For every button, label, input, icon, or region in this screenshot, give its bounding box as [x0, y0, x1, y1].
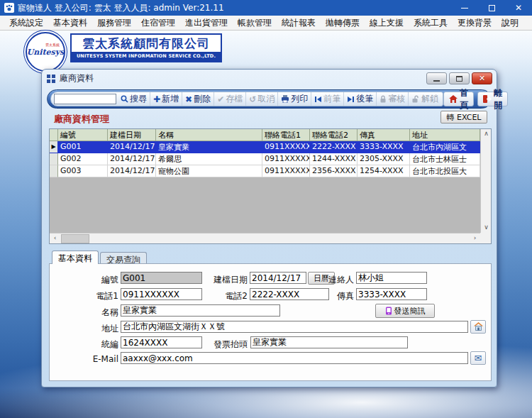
- company-logo: 雲太系統 Unitesys 雲太系統顧問有限公司 UNITESYS SYSTEM…: [26, 32, 222, 72]
- search-icon: [121, 95, 128, 103]
- vendor-data-window: 廠商資料 ✕ 搜尋 ✚ 新增 ✖ 刪除: [41, 69, 497, 387]
- menu-basic-data[interactable]: 基本資料: [48, 16, 92, 31]
- create-date-field[interactable]: [250, 272, 306, 284]
- delete-button[interactable]: ✖ 刪除: [182, 92, 214, 106]
- row-indicator-arrow: ▶: [50, 141, 58, 153]
- invoice-title-field[interactable]: [250, 336, 408, 348]
- menu-bar: 系統設定 基本資料 服務管理 住宿管理 進出貨管理 帳款管理 統計報表 拋轉傳票…: [0, 16, 532, 31]
- save-button[interactable]: ✔ 存檔: [214, 92, 245, 106]
- email-label: E-Mail: [64, 354, 118, 364]
- unlock-button[interactable]: 解鎖: [408, 92, 441, 106]
- next-record-button[interactable]: 後筆: [343, 92, 376, 106]
- fax-field[interactable]: [356, 288, 427, 300]
- detail-tabs: 基本資料 交易查詢: [52, 251, 147, 264]
- company-name-box: 雲太系統顧問有限公司 UNITESYS SYSTEM INFORMATION S…: [70, 33, 222, 62]
- home-button[interactable]: 首頁: [443, 92, 474, 106]
- scroll-right-icon[interactable]: ›: [470, 233, 480, 243]
- address-field[interactable]: [121, 321, 468, 333]
- code-field[interactable]: [121, 272, 202, 284]
- exit-button[interactable]: 離開: [477, 92, 508, 106]
- previous-record-button[interactable]: 前筆: [311, 92, 343, 106]
- next-record-icon: [347, 96, 355, 103]
- table-row-selected[interactable]: ▶ G001 2014/12/17 皇家實業 0911XXXXXX 2222-X…: [50, 141, 480, 153]
- add-button[interactable]: ✚ 新增: [150, 92, 182, 106]
- menu-lodging-mgmt[interactable]: 住宿管理: [136, 16, 180, 31]
- home-icon: [449, 95, 458, 103]
- vendor-window-title: 廠商資料: [60, 72, 424, 84]
- vendor-window-icon: [46, 74, 56, 84]
- scroll-down-icon[interactable]: ∨: [481, 223, 492, 233]
- company-name-zh: 雲太系統顧問有限公司: [72, 35, 221, 52]
- vendor-minimize-button[interactable]: [426, 72, 447, 84]
- menu-change-background[interactable]: 更換背景: [453, 16, 497, 31]
- sms-phone-icon: [385, 307, 392, 315]
- unitesys-logo-icon: 雲太系統 Unitesys: [26, 32, 65, 72]
- section-title: 廠商資料管理: [54, 113, 109, 126]
- horizontal-scrollbar[interactable]: ‹ ›: [50, 233, 480, 243]
- grid-header-phone1[interactable]: 聯絡電話1: [262, 129, 310, 141]
- cancel-button[interactable]: ↺ 取消: [245, 92, 277, 106]
- grid-area: 編號 建檔日期 名稱 聯絡電話1 聯絡電話2 傳真 地址 ▶ G001 2014…: [50, 129, 480, 233]
- close-button[interactable]: ✕: [505, 0, 532, 16]
- audit-button[interactable]: 審核: [376, 92, 408, 106]
- scroll-left-icon[interactable]: ‹: [50, 233, 60, 243]
- vendor-grid: 編號 建檔日期 名稱 聯絡電話1 聯絡電話2 傳真 地址 ▶ G001 2014…: [49, 128, 492, 244]
- grid-header-fax[interactable]: 傳真: [358, 129, 410, 141]
- invoice-title-label: 發票抬頭: [211, 339, 248, 351]
- send-sms-button[interactable]: 發送簡訊: [375, 304, 435, 318]
- scrollbar-thumb[interactable]: [61, 234, 89, 243]
- tab-transaction-query[interactable]: 交易查詢: [100, 252, 147, 264]
- print-button[interactable]: 列印: [277, 92, 311, 106]
- menu-help[interactable]: 說明: [497, 16, 523, 31]
- vendor-restore-button[interactable]: [449, 72, 470, 84]
- menu-online-support[interactable]: 線上支援: [365, 16, 409, 31]
- menu-system-tools[interactable]: 系統工具: [409, 16, 453, 31]
- menu-accounting-mgmt[interactable]: 帳款管理: [233, 16, 277, 31]
- toolbar-right-group: 首頁 離開: [443, 92, 508, 106]
- search-button[interactable]: 搜尋: [118, 92, 150, 106]
- vertical-scrollbar[interactable]: ∧ ∨: [480, 129, 491, 233]
- contact-field[interactable]: [356, 272, 427, 284]
- send-email-button[interactable]: ✉: [470, 351, 486, 365]
- x-icon: ✖: [185, 94, 192, 104]
- window-title: 寵物達人 登入公司: 雲太 登入人員: admin Ver:21.11: [18, 2, 451, 14]
- scroll-up-icon[interactable]: ∧: [481, 129, 492, 139]
- map-house-button[interactable]: [470, 320, 486, 334]
- table-row[interactable]: G003 2014/12/17 寵物公園 0911XXXXXX 2356-XXX…: [50, 165, 480, 177]
- desktop-background: 雲太系統 Unitesys 雲太系統顧問有限公司 UNITESYS SYSTEM…: [0, 31, 532, 418]
- grid-header-phone2[interactable]: 聯絡電話2: [310, 129, 358, 141]
- toolbar: 搜尋 ✚ 新增 ✖ 刪除 ✔ 存檔 ↺ 取消: [47, 89, 492, 109]
- tax-id-label: 統編: [64, 339, 118, 351]
- tab-basic-data[interactable]: 基本資料: [52, 251, 99, 264]
- menu-service-mgmt[interactable]: 服務管理: [92, 16, 136, 31]
- create-date-label: 建檔日期: [195, 274, 248, 286]
- table-row[interactable]: G002 2014/12/17 希爾思 0911XXXXXX 1244-XXXX…: [50, 153, 480, 165]
- vendor-close-button[interactable]: ✕: [472, 72, 492, 84]
- undo-icon: ↺: [249, 94, 256, 104]
- menu-inventory-mgmt[interactable]: 進出貨管理: [180, 16, 233, 31]
- search-input[interactable]: [54, 94, 116, 104]
- menu-statistics-reports[interactable]: 統計報表: [277, 16, 321, 31]
- export-excel-button[interactable]: 轉 EXCEL: [440, 111, 487, 123]
- maximize-button[interactable]: [478, 0, 505, 16]
- name-label: 名稱: [64, 307, 118, 319]
- menu-system-settings[interactable]: 系統設定: [4, 16, 48, 31]
- app-paw-icon: [4, 3, 14, 13]
- plus-icon: ✚: [153, 94, 160, 104]
- address-label: 地址: [64, 323, 118, 335]
- minimize-button[interactable]: [451, 0, 478, 16]
- grid-header-address[interactable]: 地址: [410, 129, 480, 141]
- grid-header-code[interactable]: 編號: [58, 129, 108, 141]
- tax-id-field[interactable]: [121, 336, 202, 348]
- name-field[interactable]: [121, 304, 280, 317]
- grid-header-name[interactable]: 名稱: [156, 129, 262, 141]
- phone1-field[interactable]: [121, 288, 202, 300]
- check-icon: ✔: [217, 94, 224, 104]
- menu-voucher-transfer[interactable]: 拋轉傳票: [321, 16, 365, 31]
- email-field[interactable]: [121, 352, 468, 364]
- envelope-icon: ✉: [475, 353, 482, 363]
- lock-icon: [379, 95, 387, 103]
- toolbar-strip: 搜尋 ✚ 新增 ✖ 刪除 ✔ 存檔 ↺ 取消: [50, 92, 443, 106]
- grid-header-date[interactable]: 建檔日期: [108, 129, 156, 141]
- basic-data-form: 編號 建檔日期 日曆 連絡人 電話1 電話2 傳真 名稱 發送簡訊 地址: [49, 263, 492, 381]
